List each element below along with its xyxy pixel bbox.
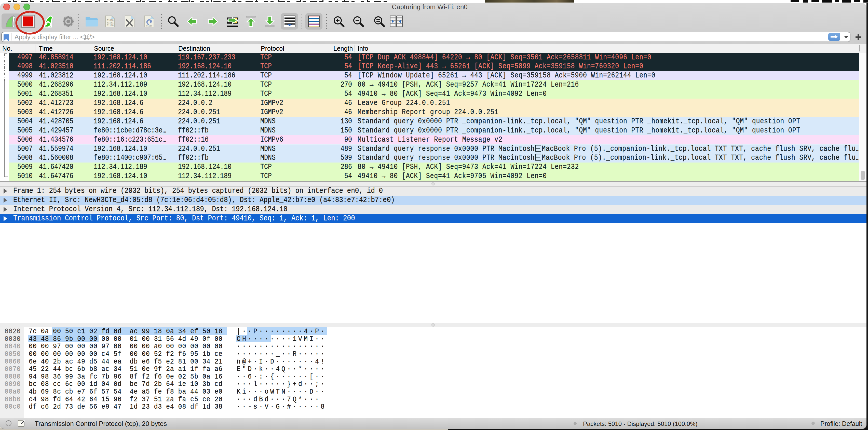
- svg-text:01110: 01110: [107, 24, 114, 27]
- svg-text:01101: 01101: [107, 22, 114, 24]
- svg-text:01110: 01110: [146, 25, 152, 27]
- svg-text:01010: 01010: [107, 19, 114, 22]
